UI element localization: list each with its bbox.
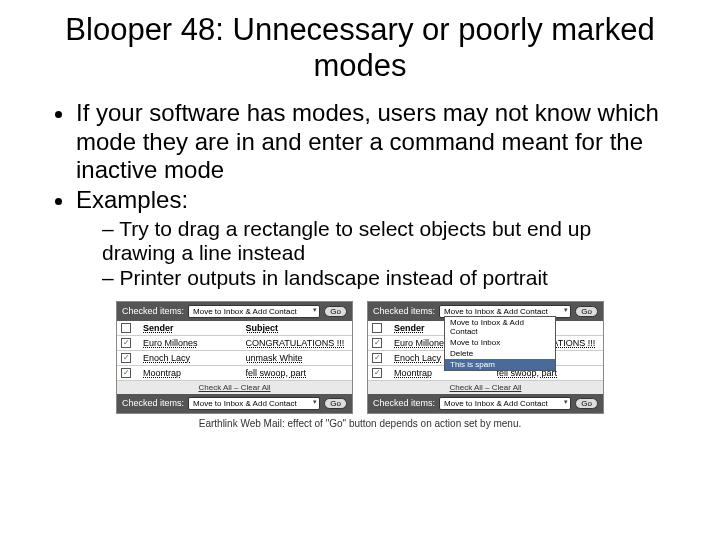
checkbox-icon[interactable]: ✓ [372,368,382,378]
figure-caption: Earthlink Web Mail: effect of "Go" butto… [50,418,670,429]
action-bar-bottom: Checked items: Move to Inbox & Add Conta… [117,394,352,413]
go-button[interactable]: Go [324,398,347,409]
action-bar: Checked items: Move to Inbox & Add Conta… [117,302,352,321]
col-subject: Subject [246,323,349,333]
action-select[interactable]: Move to Inbox & Add Contact [439,397,571,410]
cell-subject: CONGRATULATIONS !!! [246,338,349,348]
mail-panel-right: Checked items: Move to Inbox & Add Conta… [367,301,604,414]
check-clear-links[interactable]: Check All – Clear All [368,381,603,394]
go-button[interactable]: Go [324,306,347,317]
check-clear-links[interactable]: Check All – Clear All [117,381,352,394]
table-row: ✓ Enoch Lacy unmask White [117,351,352,366]
mail-panel-left: Checked items: Move to Inbox & Add Conta… [116,301,353,414]
checkbox-icon[interactable]: ✓ [372,338,382,348]
table-row: Sender Subject [117,321,352,336]
cell-sender: Moontrap [143,368,246,378]
go-button[interactable]: Go [575,306,598,317]
checkbox-icon[interactable] [372,323,382,333]
checked-items-label: Checked items: [373,306,435,316]
action-select[interactable]: Move to Inbox & Add Contact [188,305,320,318]
bullet-1: If your software has modes, users may no… [76,99,670,184]
mail-table: Sender Subject ✓ Euro Millones CONGRATUL… [117,321,352,381]
checkbox-icon[interactable]: ✓ [121,368,131,378]
cell-sender: Enoch Lacy [143,353,246,363]
cell-subject: fell swoop, part [246,368,349,378]
col-sender: Sender [143,323,246,333]
action-menu[interactable]: Move to Inbox & Add Contact Move to Inbo… [444,316,556,371]
menu-item-selected[interactable]: This is spam [445,359,555,370]
go-button[interactable]: Go [575,398,598,409]
table-row: ✓ Moontrap fell swoop, part [117,366,352,381]
menu-item[interactable]: Delete [445,348,555,359]
action-select[interactable]: Move to Inbox & Add Contact [188,397,320,410]
menu-item[interactable]: Move to Inbox [445,337,555,348]
sub-bullet-1: Try to drag a rectangle to select object… [102,217,670,267]
action-bar-bottom: Checked items: Move to Inbox & Add Conta… [368,394,603,413]
bullet-2: Examples: [76,186,670,214]
checked-items-label: Checked items: [373,398,435,408]
menu-item[interactable]: Move to Inbox & Add Contact [445,317,555,337]
checkbox-icon[interactable]: ✓ [121,353,131,363]
cell-subject: unmask White [246,353,349,363]
slide-title: Blooper 48: Unnecessary or poorly marked… [50,12,670,83]
checked-items-label: Checked items: [122,398,184,408]
table-row: ✓ Euro Millones CONGRATULATIONS !!! [117,336,352,351]
sub-bullet-2: Printer outputs in landscape instead of … [102,266,670,291]
screenshot-figure: Checked items: Move to Inbox & Add Conta… [50,301,670,414]
sub-bullet-list: Try to drag a rectangle to select object… [76,217,670,291]
cell-sender: Euro Millones [143,338,246,348]
checkbox-icon[interactable] [121,323,131,333]
checkbox-icon[interactable]: ✓ [121,338,131,348]
checked-items-label: Checked items: [122,306,184,316]
bullet-list: If your software has modes, users may no… [56,99,670,291]
checkbox-icon[interactable]: ✓ [372,353,382,363]
